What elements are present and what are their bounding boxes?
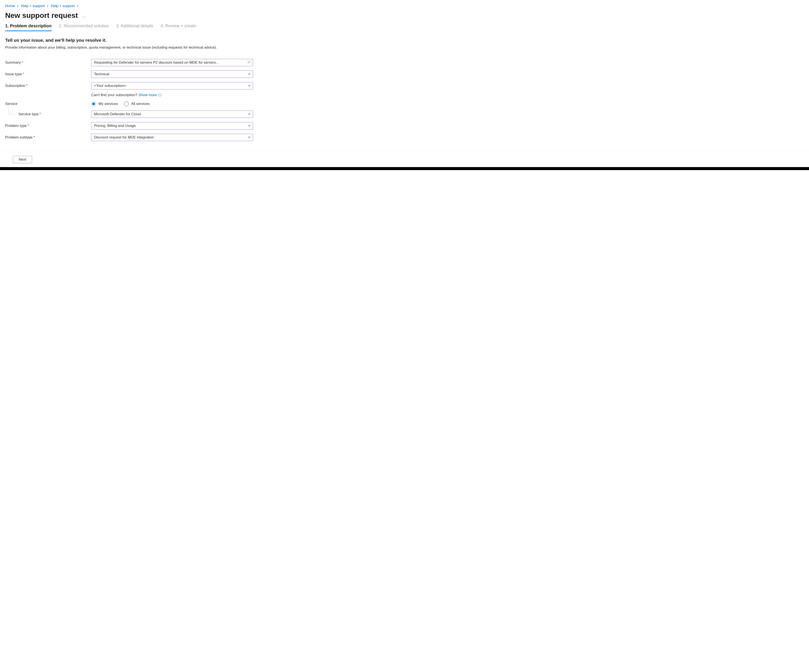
row-subscription: Subscription* <Your subscription>: [5, 80, 804, 92]
chevron-down-icon: [248, 72, 250, 76]
row-service: Service My services All services: [5, 99, 804, 108]
chevron-down-icon: [248, 135, 250, 139]
row-service-type: Service type* Microsoft Defender for Clo…: [5, 108, 804, 120]
page-title: New support request: [5, 11, 78, 20]
tab-additional-details[interactable]: 3. Additional details: [116, 23, 153, 31]
tab-recommended-solution[interactable]: 2. Recommended solution: [59, 23, 109, 31]
radio-all-services[interactable]: All services: [124, 102, 150, 106]
subscription-hint-text: Can't find your subscription?: [91, 93, 137, 97]
more-actions-icon[interactable]: ···: [82, 12, 86, 19]
chevron-right-icon: [17, 5, 19, 7]
chevron-right-icon: [47, 5, 49, 7]
radio-my-services[interactable]: My services: [91, 102, 118, 106]
subscription-select[interactable]: <Your subscription>: [91, 82, 253, 89]
chevron-down-icon: [248, 124, 250, 128]
info-icon[interactable]: i: [158, 94, 161, 97]
check-icon: [247, 60, 250, 65]
show-more-link[interactable]: Show more: [139, 93, 157, 97]
row-problem-type: Problem type* Pricing, Billing and Usage: [5, 120, 804, 132]
service-type-select[interactable]: Microsoft Defender for Cloud: [91, 111, 253, 118]
label-service-type: Service type*: [5, 112, 91, 116]
problem-type-select[interactable]: Pricing, Billing and Usage: [91, 122, 253, 129]
chevron-down-icon: [248, 112, 250, 116]
chevron-down-icon: [248, 84, 250, 88]
service-radio-group: My services All services: [91, 102, 253, 106]
footer: Next: [0, 152, 809, 167]
label-problem-type: Problem type*: [5, 124, 91, 128]
indent-line-icon: [8, 108, 15, 114]
breadcrumb: Home Help + support Help + support: [5, 3, 804, 11]
summary-input[interactable]: Requesting for Defender for servers P2 d…: [91, 59, 253, 66]
breadcrumb-help-support-2[interactable]: Help + support: [51, 4, 75, 8]
row-summary: Summary* Requesting for Defender for ser…: [5, 57, 804, 69]
label-summary: Summary*: [5, 60, 91, 65]
row-subscription-hint: Can't find your subscription? Show more …: [5, 92, 804, 99]
row-issue-type: Issue type* Technical: [5, 69, 804, 80]
section-heading: Tell us your issue, and we'll help you r…: [5, 35, 804, 45]
tab-problem-description[interactable]: 1. Problem description: [5, 23, 52, 31]
breadcrumb-home[interactable]: Home: [5, 4, 15, 8]
breadcrumb-help-support-1[interactable]: Help + support: [21, 4, 45, 8]
label-problem-subtype: Problem subtype*: [5, 135, 91, 139]
problem-subtype-select[interactable]: Discount request for MDE integration: [91, 134, 253, 141]
label-issue-type: Issue type*: [5, 72, 91, 76]
chevron-right-icon: [77, 5, 79, 7]
row-problem-subtype: Problem subtype* Discount request for MD…: [5, 132, 804, 143]
wizard-tabs: 1. Problem description 2. Recommended so…: [5, 23, 804, 31]
tab-review-create[interactable]: 4. Review + create: [161, 23, 196, 31]
title-row: New support request ···: [5, 11, 804, 23]
section-description: Provide information about your billing, …: [5, 45, 242, 57]
bottom-black-bar: [0, 167, 809, 170]
label-subscription: Subscription*: [5, 84, 91, 88]
next-button[interactable]: Next: [13, 156, 32, 163]
issue-type-select[interactable]: Technical: [91, 70, 253, 78]
label-service: Service: [5, 102, 91, 106]
